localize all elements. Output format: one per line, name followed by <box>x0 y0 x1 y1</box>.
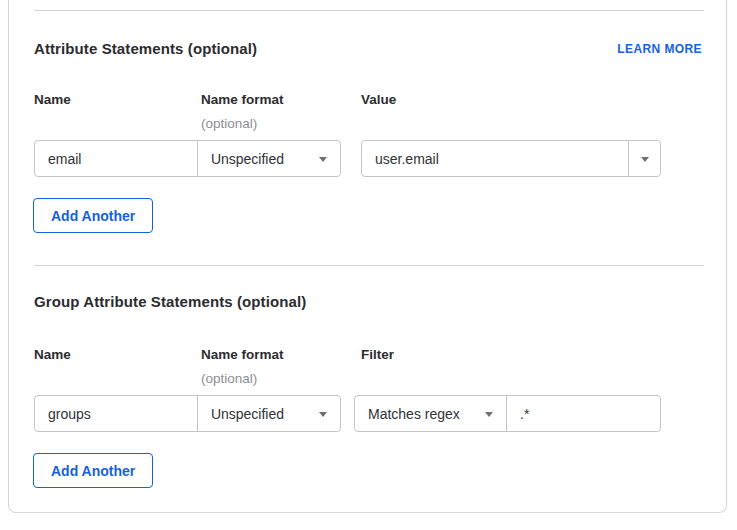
attribute-value-input[interactable] <box>362 141 628 176</box>
chevron-down-icon <box>485 412 493 417</box>
column-header-filter: Filter <box>361 347 394 362</box>
column-header-value: Value <box>361 92 396 107</box>
column-header-name-format: Name format <box>201 92 284 107</box>
attribute-name-input[interactable] <box>35 141 197 176</box>
group-attribute-name-format-select[interactable]: Unspecified <box>197 396 340 431</box>
group-attribute-statements-title: Group Attribute Statements (optional) <box>34 293 306 310</box>
add-another-group-attribute-button[interactable]: Add Another <box>33 453 153 488</box>
column-header-optional-note: (optional) <box>201 371 257 386</box>
settings-card: Attribute Statements (optional) LEARN MO… <box>8 0 727 513</box>
column-header-name: Name <box>34 347 71 362</box>
column-header-name: Name <box>34 92 71 107</box>
attribute-statements-title: Attribute Statements (optional) <box>34 40 257 57</box>
learn-more-link[interactable]: LEARN MORE <box>617 42 702 56</box>
section-divider <box>34 265 704 266</box>
attribute-name-format-select[interactable]: Unspecified <box>197 141 340 176</box>
filter-type-select[interactable]: Matches regex <box>355 396 506 431</box>
attribute-value-dropdown-button[interactable] <box>628 141 660 176</box>
group-attribute-filter-group: Matches regex <box>354 395 661 432</box>
column-header-optional-note: (optional) <box>201 116 257 131</box>
chevron-down-icon <box>319 157 327 162</box>
column-header-name-format: Name format <box>201 347 284 362</box>
filter-expression-input[interactable] <box>507 396 660 431</box>
group-attribute-name-format-group: Unspecified <box>34 395 341 432</box>
group-attribute-name-input[interactable] <box>35 396 197 431</box>
attribute-value-group <box>361 140 661 177</box>
attribute-name-format-group: Unspecified <box>34 140 341 177</box>
section-divider <box>34 10 704 11</box>
chevron-down-icon <box>641 157 649 162</box>
add-another-attribute-button[interactable]: Add Another <box>33 198 153 233</box>
chevron-down-icon <box>319 412 327 417</box>
